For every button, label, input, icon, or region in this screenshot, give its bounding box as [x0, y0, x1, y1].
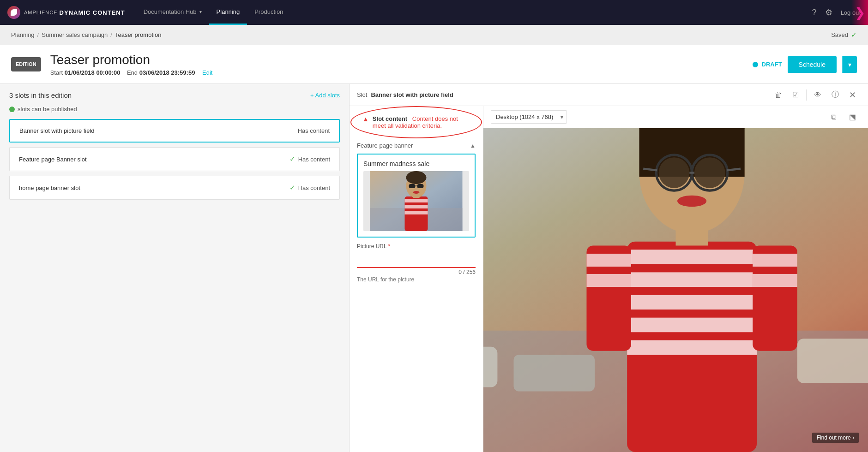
- svg-rect-26: [586, 254, 631, 267]
- end-label: End: [127, 69, 138, 76]
- settings-icon[interactable]: ⚙: [825, 7, 832, 18]
- slot-header-actions: 🗑 ☑ 👁 ⓘ ✕: [770, 87, 861, 103]
- edition-badge: Edition: [11, 57, 41, 71]
- tab-planning-label: Planning: [217, 8, 240, 15]
- breadcrumb-current: Teaser promotion: [115, 31, 161, 38]
- required-marker: *: [388, 243, 391, 250]
- edition-actions: DRAFT Schedule ▾: [753, 56, 857, 73]
- brand-amplience-text: AMPLIENCE: [24, 10, 58, 15]
- slot-name-3: home page banner slot: [19, 184, 80, 191]
- find-out-more-overlay: Find out more ›: [812, 433, 859, 443]
- svg-rect-29: [753, 254, 797, 267]
- slot-name-header: Banner slot with picture field: [371, 91, 453, 98]
- edition-header: Edition Teaser promotion Start 01/06/201…: [0, 45, 868, 84]
- left-panel: 3 slots in this edition + Add slots slot…: [0, 84, 350, 452]
- brand-dc-text: DYNAMIC CONTENT: [60, 9, 125, 16]
- saved-indicator: Saved ✓: [831, 30, 857, 39]
- svg-rect-15: [483, 347, 497, 387]
- svg-rect-30: [753, 274, 797, 287]
- slot-status-text-2: Has content: [298, 156, 330, 163]
- svg-rect-24: [627, 340, 757, 355]
- slots-count-label: 3 slots in this edition: [9, 91, 72, 99]
- saved-label: Saved: [831, 31, 848, 38]
- slot-item-2[interactable]: Feature page Banner slot ✓ Has content: [9, 147, 340, 171]
- slot-status-text-3: Has content: [298, 184, 330, 191]
- breadcrumb-planning[interactable]: Planning: [11, 31, 35, 38]
- view-button[interactable]: 👁: [809, 88, 826, 102]
- edition-title: Teaser promotion: [50, 53, 743, 67]
- validation-inner: ▲ Slot content Content does not meet all…: [356, 111, 476, 134]
- brand-logo-area: AMPLIENCE DYNAMIC CONTENT: [7, 6, 125, 19]
- publish-dot-icon: [9, 107, 15, 112]
- top-navigation: AMPLIENCE DYNAMIC CONTENT Documentation …: [0, 0, 868, 25]
- collapse-icon[interactable]: ▲: [470, 143, 476, 149]
- content-card[interactable]: Summer madness sale: [357, 154, 476, 238]
- delete-slot-button[interactable]: 🗑: [770, 88, 787, 102]
- field-counter-value: 0 / 256: [458, 269, 476, 275]
- tab-production-label: Production: [254, 8, 283, 15]
- can-publish-indicator: slots can be published: [9, 106, 340, 113]
- slot-preview: Desktop (1024 x 768) ▾ ⧉ ⬔: [483, 106, 868, 452]
- breadcrumb-sep-1: /: [37, 31, 39, 38]
- slot-content-area: ▲ Slot content Content does not meet all…: [350, 106, 868, 452]
- picture-url-input[interactable]: [357, 251, 476, 268]
- svg-rect-22: [627, 295, 757, 310]
- card-title: Summer madness sale: [363, 160, 469, 167]
- duplicate-preview-button[interactable]: ⧉: [826, 110, 841, 124]
- check-icon-2: ✓: [289, 155, 295, 163]
- svg-rect-17: [797, 339, 868, 383]
- device-select-wrap[interactable]: Desktop (1024 x 768) ▾: [491, 110, 567, 124]
- main-content: Edition Teaser promotion Start 01/06/201…: [0, 45, 868, 452]
- svg-rect-27: [586, 274, 631, 287]
- preview-image-area: Find out more ›: [483, 128, 868, 452]
- section-header: Feature page banner ▲: [357, 142, 476, 149]
- tab-documentation-label: Documentation Hub: [144, 8, 197, 15]
- section-title: Feature page banner: [357, 142, 413, 149]
- slot-status-3: ✓ Has content: [289, 184, 330, 192]
- tab-production[interactable]: Production: [247, 0, 290, 25]
- card-image: [363, 171, 469, 231]
- svg-rect-10: [417, 184, 424, 188]
- validation-text: Slot content Content does not meet all v…: [373, 115, 470, 129]
- slot-status-2: ✓ Has content: [289, 155, 330, 163]
- slot-item-3[interactable]: home page banner slot ✓ Has content: [9, 176, 340, 200]
- slot-header: Slot Banner slot with picture field 🗑 ☑ …: [350, 84, 868, 106]
- svg-point-12: [413, 191, 420, 194]
- split-panels: 3 slots in this edition + Add slots slot…: [0, 84, 868, 452]
- nav-chevron-right: ❯: [851, 0, 868, 25]
- tab-planning[interactable]: Planning: [209, 0, 247, 25]
- logo-inner: [11, 9, 17, 16]
- edition-dates: Start 01/06/2018 00:00:00 End 03/06/2018…: [50, 69, 743, 76]
- warning-triangle-icon: ▲: [362, 115, 369, 123]
- close-slot-button[interactable]: ✕: [844, 87, 861, 103]
- checklist-button[interactable]: ☑: [788, 88, 803, 102]
- check-icon-3: ✓: [289, 184, 295, 192]
- preview-toolbar: Desktop (1024 x 768) ▾ ⧉ ⬔: [483, 106, 868, 128]
- action-divider: [806, 89, 807, 101]
- top-nav-tabs: Documentation Hub ▾ Planning Production: [136, 0, 291, 25]
- svg-rect-3: [405, 199, 428, 202]
- saved-check-icon: ✓: [851, 30, 857, 39]
- open-external-button[interactable]: ⬔: [844, 110, 861, 124]
- schedule-dropdown-button[interactable]: ▾: [842, 56, 857, 73]
- edit-button[interactable]: Edit: [202, 69, 212, 76]
- slot-item-1[interactable]: Banner slot with picture field Has conte…: [9, 119, 340, 143]
- add-slots-button[interactable]: + Add slots: [310, 92, 340, 99]
- slot-editor: ▲ Slot content Content does not meet all…: [350, 106, 483, 452]
- schedule-button[interactable]: Schedule: [788, 56, 837, 73]
- svg-point-36: [659, 157, 690, 188]
- svg-rect-16: [514, 355, 595, 391]
- help-icon[interactable]: ?: [812, 8, 817, 18]
- device-select[interactable]: Desktop (1024 x 768): [491, 110, 567, 124]
- card-image-svg: [363, 171, 469, 231]
- validation-title: Slot content: [373, 115, 407, 122]
- svg-rect-5: [405, 211, 428, 214]
- draft-dot: [753, 62, 758, 67]
- slot-label: Slot: [357, 91, 367, 98]
- slot-status-text-1: Has content: [298, 127, 330, 134]
- tab-documentation[interactable]: Documentation Hub ▾: [136, 0, 209, 25]
- info-button[interactable]: ⓘ: [827, 87, 844, 102]
- breadcrumb-campaign[interactable]: Summer sales campaign: [42, 31, 108, 38]
- slot-name-2: Feature page Banner slot: [19, 156, 87, 163]
- svg-rect-9: [409, 184, 416, 188]
